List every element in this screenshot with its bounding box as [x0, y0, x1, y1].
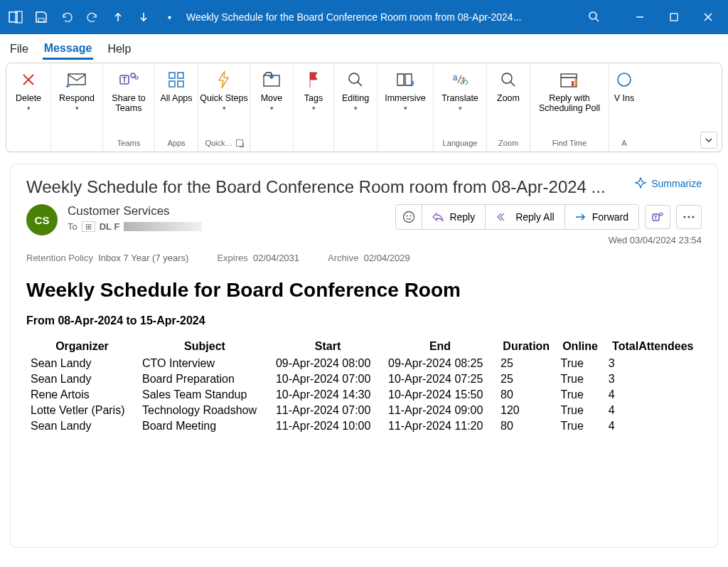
table-cell: 4 — [604, 418, 702, 434]
svg-point-22 — [618, 73, 631, 86]
svg-point-25 — [410, 216, 412, 217]
reply-icon — [432, 212, 444, 222]
more-actions-button[interactable] — [676, 205, 702, 229]
table-cell: Technology Roadshow — [138, 403, 272, 418]
delete-icon — [17, 69, 40, 90]
respond-button[interactable]: Respond — [51, 63, 102, 134]
svg-point-15 — [349, 73, 359, 83]
zoom-button[interactable]: Zoom — [487, 63, 530, 134]
group-label-zoom: Zoom — [487, 134, 530, 152]
arrow-up-icon[interactable] — [108, 7, 128, 27]
quick-steps-button[interactable]: Quick Steps — [198, 63, 250, 134]
forward-button[interactable]: Forward — [564, 205, 638, 229]
table-header: Subject — [138, 337, 272, 356]
summarize-button[interactable]: Summarize — [634, 177, 702, 190]
redo-icon[interactable] — [82, 7, 102, 27]
svg-rect-21 — [574, 79, 577, 86]
teams-share-icon-button[interactable]: T — [645, 205, 670, 229]
svg-rect-19 — [561, 74, 577, 87]
arrow-down-icon[interactable] — [134, 7, 154, 27]
tab-message[interactable]: Message — [43, 38, 94, 60]
all-apps-button[interactable]: All Apps — [155, 63, 198, 134]
table-cell: 09-Apr-2024 08:25 — [384, 356, 496, 371]
group-teams: T Share to Teams Teams — [103, 63, 155, 152]
table-cell: 11-Apr-2024 11:20 — [384, 418, 496, 434]
table-cell: 25 — [496, 371, 557, 387]
table-cell: Sean Landy — [26, 418, 138, 434]
outlook-icon[interactable] — [6, 7, 26, 27]
svg-rect-5 — [68, 74, 85, 85]
undo-icon[interactable] — [57, 7, 77, 27]
minimize-button[interactable] — [626, 7, 654, 27]
insights-icon — [613, 69, 636, 90]
reply-scheduling-poll-button[interactable]: Reply with Scheduling Poll — [530, 63, 609, 134]
table-cell: True — [557, 371, 604, 387]
table-header: Organizer — [26, 337, 138, 356]
dialog-launcher-icon[interactable] — [236, 139, 243, 147]
tab-file[interactable]: File — [9, 38, 30, 58]
react-button[interactable] — [396, 205, 422, 229]
magnifier-icon — [344, 69, 367, 90]
reply-all-button[interactable]: Reply All — [485, 205, 564, 229]
svg-point-24 — [407, 216, 408, 217]
svg-point-9 — [135, 76, 138, 79]
window-title: Weekly Schedule for the Board Conference… — [179, 11, 584, 23]
save-icon[interactable] — [31, 7, 51, 27]
group-move: Move — [250, 63, 294, 152]
retention-label: Retention Policy — [26, 253, 93, 263]
sender-avatar[interactable]: CS — [26, 204, 58, 235]
reading-pane: Weekly Schedule for the Board Conference… — [10, 164, 718, 548]
group-addins: V Ins A — [609, 63, 639, 152]
svg-text:T: T — [122, 76, 127, 84]
group-language: aあ Translate Language — [434, 63, 487, 152]
maximize-button[interactable] — [660, 7, 688, 27]
delete-button[interactable]: Delete — [6, 63, 50, 134]
svg-point-30 — [687, 216, 690, 218]
table-header: Duration — [496, 337, 557, 356]
svg-text:あ: あ — [460, 75, 469, 85]
reply-button[interactable]: Reply — [422, 205, 485, 229]
group-label-language: Language — [434, 134, 486, 152]
group-apps: All Apps Apps — [155, 63, 198, 152]
svg-rect-10 — [169, 73, 175, 78]
viva-insights-button[interactable]: V Ins — [609, 63, 639, 134]
editing-button[interactable]: Editing — [334, 63, 377, 134]
tags-button[interactable]: Tags — [294, 63, 333, 134]
close-button[interactable] — [694, 7, 722, 27]
to-label: To — [68, 221, 77, 232]
translate-button[interactable]: aあ Translate — [434, 63, 486, 134]
group-label-quick: Quick… — [198, 134, 250, 152]
qat-customize-icon[interactable]: ▾ — [159, 7, 179, 27]
tab-help[interactable]: Help — [106, 38, 132, 58]
table-cell: 4 — [604, 387, 702, 403]
message-actions: Reply Reply All Forward T — [395, 204, 702, 230]
table-cell: 11-Apr-2024 09:00 — [384, 403, 496, 418]
table-header: TotalAttendees — [604, 337, 702, 356]
folder-move-icon — [260, 69, 283, 90]
share-to-teams-button[interactable]: T Share to Teams — [103, 63, 154, 134]
search-icon[interactable] — [584, 7, 604, 27]
ribbon-collapse-button[interactable] — [700, 132, 717, 149]
group-immersive: Immersive — [378, 63, 434, 152]
immersive-button[interactable]: Immersive — [378, 63, 433, 134]
table-cell: 3 — [604, 356, 702, 371]
body-heading: Weekly Schedule for Board Conference Roo… — [26, 279, 702, 302]
table-header: End — [384, 337, 496, 356]
move-button[interactable]: Move — [250, 63, 293, 134]
body-subheading: From 08-Apr-2024 to 15-Apr-2024 — [26, 314, 702, 327]
svg-text:a: a — [453, 73, 458, 83]
table-cell: 80 — [496, 418, 557, 434]
table-cell: CTO Interview — [138, 356, 272, 371]
table-cell: Sean Landy — [26, 371, 138, 387]
svg-point-31 — [692, 216, 694, 218]
table-row: Sean LandyBoard Meeting11-Apr-2024 10:00… — [26, 418, 702, 434]
teams-icon: T — [117, 69, 140, 90]
svg-point-3 — [589, 12, 596, 19]
table-cell: True — [557, 387, 604, 403]
message-subject: Weekly Schedule for the Board Conference… — [26, 177, 624, 197]
expand-recipients-icon[interactable]: ⊞ — [82, 221, 95, 232]
read-aloud-icon — [394, 69, 417, 90]
table-header: Online — [557, 337, 604, 356]
redacted-recipient — [124, 222, 202, 231]
archive-value: 02/04/2029 — [364, 253, 410, 263]
